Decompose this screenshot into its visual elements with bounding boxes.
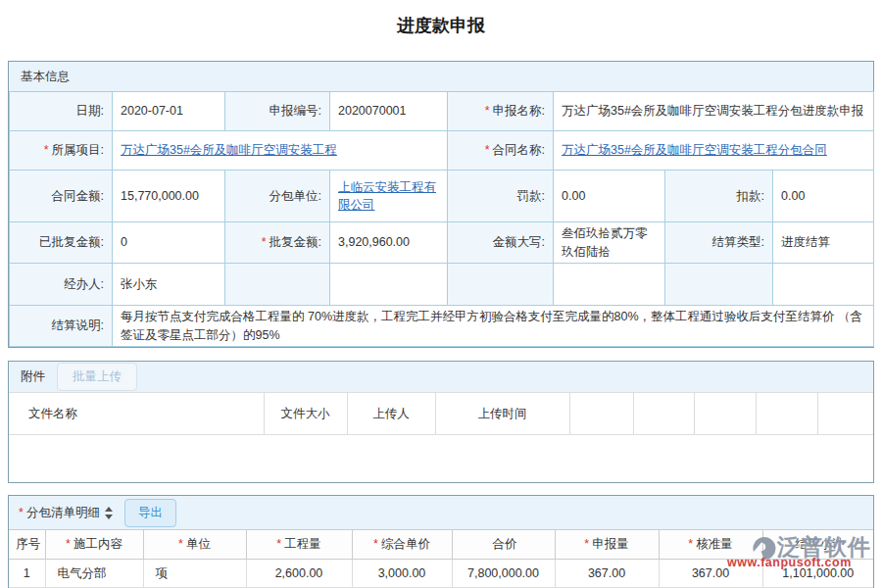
penalty-label: 罚款: bbox=[448, 171, 554, 222]
declare-name-value: 万达广场35#会所及咖啡厅空调安装工程分包进度款申报 bbox=[554, 92, 874, 131]
approved-amount-value: 0 bbox=[113, 222, 225, 264]
settlement-note-value: 每月按节点支付完成合格工程量的 70%进度款，工程完工并经甲方初验合格支付至完成… bbox=[113, 306, 874, 347]
basic-info-section: 基本信息 日期: 2020-07-01 申报编号: 2020070001 *申报… bbox=[8, 61, 874, 348]
detail-cell-approved-qty: 367.00 bbox=[659, 560, 762, 588]
detail-col-unit: *单位 bbox=[143, 530, 246, 560]
sort-asc-icon bbox=[105, 507, 113, 512]
detail-col-declared-qty: *申报量 bbox=[555, 530, 659, 560]
empty-cell bbox=[448, 264, 554, 306]
sort-desc-icon bbox=[105, 514, 113, 519]
penalty-value: 0.00 bbox=[554, 171, 665, 222]
deduction-label: 扣款: bbox=[665, 171, 773, 222]
handler-value: 张小东 bbox=[113, 264, 225, 306]
attachments-col-empty bbox=[633, 393, 694, 435]
basic-info-table: 日期: 2020-07-01 申报编号: 2020070001 *申报名称: 万… bbox=[9, 91, 874, 347]
detail-section: * 分包清单明细 导出 序号 *施工内容 *单位 *工程量 *综合单价 合价 *… bbox=[8, 495, 874, 588]
declare-no-label: 申报编号: bbox=[225, 92, 330, 131]
contract-name-value: 万达广场35#会所及咖啡厅空调安装工程分包合同 bbox=[554, 131, 874, 171]
detail-title: 分包清单明细 bbox=[26, 505, 100, 521]
detail-table: 序号 *施工内容 *单位 *工程量 *综合单价 合价 *申报量 *核准量 结算小… bbox=[9, 529, 873, 588]
empty-cell bbox=[225, 264, 330, 306]
contract-amount-label: 合同金额: bbox=[10, 171, 113, 222]
settlement-type-label: 结算类型: bbox=[665, 222, 773, 264]
date-label: 日期: bbox=[10, 92, 113, 131]
detail-header: * 分包清单明细 导出 bbox=[9, 496, 873, 529]
sort-icon[interactable] bbox=[105, 507, 113, 519]
detail-cell-total-price: 7,800,000.00 bbox=[452, 560, 555, 588]
empty-cell bbox=[773, 264, 874, 306]
detail-col-content: *施工内容 bbox=[45, 530, 143, 560]
detail-cell-unit: 项 bbox=[143, 560, 246, 588]
contract-name-link[interactable]: 万达广场35#会所及咖啡厅空调安装工程分包合同 bbox=[562, 143, 827, 157]
basic-info-section-title: 基本信息 bbox=[9, 62, 873, 91]
detail-col-subtotal: 结算小计 bbox=[762, 530, 873, 560]
attachments-col-filesize: 文件大小 bbox=[264, 393, 347, 435]
attachments-col-empty bbox=[817, 393, 873, 435]
settlement-note-label: 结算说明: bbox=[10, 306, 113, 347]
attachments-col-empty bbox=[569, 393, 633, 435]
detail-required-mark: * bbox=[19, 506, 24, 519]
page: 进度款申报 基本信息 日期: 2020-07-01 申报编号: 20200700… bbox=[0, 0, 882, 588]
subcontractor-value: 上临云安装工程有限公司 bbox=[330, 171, 448, 222]
subcontractor-link[interactable]: 上临云安装工程有限公司 bbox=[338, 180, 436, 212]
empty-cell bbox=[665, 264, 773, 306]
declare-no-value: 2020070001 bbox=[330, 92, 448, 131]
attachments-col-uploader: 上传人 bbox=[347, 393, 435, 435]
deduction-value: 0.00 bbox=[773, 171, 874, 222]
detail-col-approved-qty: *核准量 bbox=[659, 530, 762, 560]
approval-amount-label: *批复金额: bbox=[225, 222, 330, 264]
subcontractor-label: 分包单位: bbox=[225, 171, 330, 222]
detail-col-total-price: 合价 bbox=[452, 530, 555, 560]
amount-in-words-value: 叁佰玖拾贰万零玖佰陆拾 bbox=[554, 222, 665, 264]
detail-col-unit-price: *综合单价 bbox=[352, 530, 452, 560]
attachments-col-uploadtime: 上传时间 bbox=[435, 393, 569, 435]
attachments-col-empty bbox=[694, 393, 756, 435]
empty-cell bbox=[330, 264, 448, 306]
attachments-empty-body bbox=[9, 435, 873, 482]
attachments-section: 附件 批量上传 文件名称 文件大小 上传人 上传时间 bbox=[8, 361, 874, 483]
detail-cell-no: 1 bbox=[9, 560, 45, 588]
detail-col-quantity: *工程量 bbox=[246, 530, 352, 560]
date-value: 2020-07-01 bbox=[113, 92, 225, 131]
project-value: 万达广场35#会所及咖啡厅空调安装工程 bbox=[113, 131, 448, 171]
attachments-table: 文件名称 文件大小 上传人 上传时间 bbox=[9, 392, 873, 435]
detail-cell-subtotal: 1,101,000.00 bbox=[762, 560, 873, 588]
attachments-title: 附件 bbox=[21, 368, 45, 385]
project-link[interactable]: 万达广场35#会所及咖啡厅空调安装工程 bbox=[121, 143, 337, 157]
approved-amount-label: 已批复金额: bbox=[10, 222, 113, 264]
empty-cell bbox=[554, 264, 665, 306]
detail-cell-quantity: 2,600.00 bbox=[246, 560, 352, 588]
export-button[interactable]: 导出 bbox=[124, 499, 176, 527]
detail-cell-declared-qty: 367.00 bbox=[555, 560, 659, 588]
attachments-header: 附件 批量上传 bbox=[9, 362, 873, 392]
attachments-col-empty bbox=[756, 393, 817, 435]
project-label: *所属项目: bbox=[10, 131, 113, 171]
detail-col-no: 序号 bbox=[9, 530, 45, 560]
contract-name-label: *合同名称: bbox=[448, 131, 554, 171]
detail-cell-unit-price: 3,000.00 bbox=[352, 560, 452, 588]
declare-name-label: *申报名称: bbox=[448, 92, 554, 131]
contract-amount-value: 15,770,000.00 bbox=[113, 171, 225, 222]
attachments-col-filename: 文件名称 bbox=[9, 393, 264, 435]
batch-upload-button[interactable]: 批量上传 bbox=[57, 363, 137, 391]
handler-label: 经办人: bbox=[10, 264, 113, 306]
settlement-type-value: 进度结算 bbox=[773, 222, 874, 264]
amount-in-words-label: 金额大写: bbox=[448, 222, 554, 264]
table-row: 1 电气分部 项 2,600.00 3,000.00 7,800,000.00 … bbox=[9, 560, 873, 588]
approval-amount-value: 3,920,960.00 bbox=[330, 222, 448, 264]
page-title: 进度款申报 bbox=[0, 14, 882, 37]
detail-cell-content: 电气分部 bbox=[45, 560, 143, 588]
